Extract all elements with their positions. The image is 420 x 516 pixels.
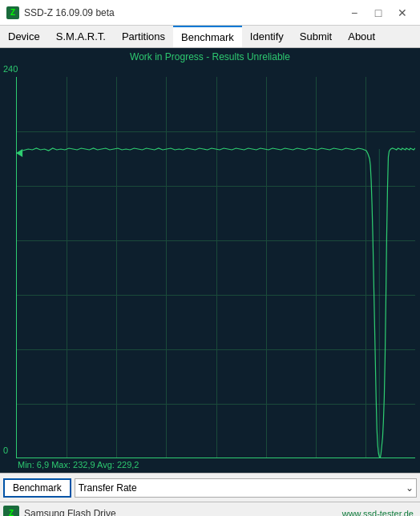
y-label-bottom: 0 (3, 445, 8, 455)
menu-item-about[interactable]: About (340, 26, 383, 47)
status-device-name: Samsung Flash Drive (24, 508, 342, 517)
maximize-button[interactable]: □ (367, 4, 390, 22)
chart-area: Work in Progress - Results Unreliable 24… (0, 48, 420, 473)
menu-bar: Device S.M.A.R.T. Partitions Benchmark I… (0, 26, 420, 48)
transfer-rate-dropdown[interactable]: Transfer Rate (75, 478, 417, 498)
benchmark-chart-svg (16, 77, 415, 458)
status-url: www.ssd-tester.de (342, 509, 414, 517)
svg-marker-0 (16, 149, 22, 157)
status-app-icon: Z (3, 506, 19, 517)
minimize-button[interactable]: − (343, 4, 365, 22)
app-icon: Z (6, 6, 19, 19)
menu-item-smart[interactable]: S.M.A.R.T. (48, 26, 114, 47)
status-bar: Z Samsung Flash Drive www.ssd-tester.de (0, 502, 420, 516)
title-controls: − □ ✕ (343, 4, 414, 22)
menu-item-identify[interactable]: Identify (242, 26, 292, 47)
menu-item-partitions[interactable]: Partitions (114, 26, 173, 47)
toolbar: Benchmark Transfer Rate ⌄ (0, 473, 420, 502)
title-text: SSD-Z 16.09.09 beta (24, 7, 115, 18)
benchmark-button[interactable]: Benchmark (3, 478, 71, 498)
close-button[interactable]: ✕ (391, 4, 414, 22)
menu-item-benchmark[interactable]: Benchmark (173, 26, 242, 47)
menu-item-device[interactable]: Device (0, 26, 48, 47)
chart-stats: Min: 6,9 Max: 232,9 Avg: 229,2 (18, 460, 139, 470)
title-bar: Z SSD-Z 16.09.09 beta − □ ✕ (0, 0, 420, 26)
menu-item-submit[interactable]: Submit (292, 26, 340, 47)
chart-title: Work in Progress - Results Unreliable (0, 51, 420, 62)
y-label-top: 240 (3, 64, 18, 74)
transfer-rate-dropdown-wrapper: Transfer Rate ⌄ (75, 478, 417, 498)
